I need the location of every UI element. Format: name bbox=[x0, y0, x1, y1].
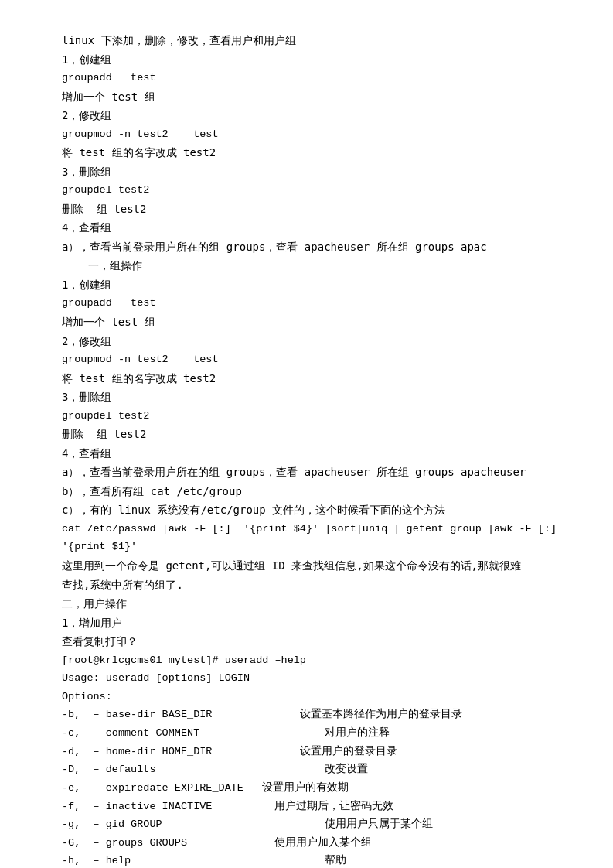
line-27: 这里用到一个命令是 getent,可以通过组 ID 来查找组信息,如果这个命令没… bbox=[62, 556, 567, 576]
line-32: [root@krlcgcms01 mytest]# useradd –help bbox=[62, 651, 567, 670]
line-30: 1，增加用户 bbox=[62, 613, 567, 633]
line-10: 4，查看组 bbox=[62, 218, 567, 238]
main-content: linux 下添加，删除，修改，查看用户和用户组1，创建组groupadd te… bbox=[62, 31, 567, 868]
line-6: 将 test 组的名字改成 test2 bbox=[62, 143, 567, 162]
line-41: -g, – gid GROUP 使用用户只属于某个组 bbox=[62, 815, 567, 834]
line-3: 增加一个 test 组 bbox=[62, 87, 567, 107]
line-17: groupmod -n test2 test bbox=[62, 350, 567, 369]
line-14: groupadd test bbox=[62, 294, 567, 313]
line-20: groupdel test2 bbox=[62, 407, 567, 425]
line-15: 增加一个 test 组 bbox=[62, 313, 567, 332]
line-35: -b, – base-dir BASE_DIR 设置基本路径作为用户的登录目录 bbox=[62, 706, 567, 724]
line-22: 4，查看组 bbox=[62, 444, 567, 463]
line-36: -c, – comment COMMENT 对用户的注释 bbox=[62, 724, 567, 743]
line-16: 2，修改组 bbox=[62, 332, 567, 351]
line-25: c），有的 linux 系统没有/etc/group 文件的，这个时候看下面的这… bbox=[62, 501, 567, 520]
line-29: 二，用户操作 bbox=[62, 594, 567, 613]
line-1: 1，创建组 bbox=[62, 50, 567, 70]
line-38: -D, – defaults 改变设置 bbox=[62, 760, 567, 779]
line-24: b），查看所有组 cat /etc/group bbox=[62, 482, 567, 501]
line-42: -G, – groups GROUPS 使用用户加入某个组 bbox=[62, 834, 567, 853]
line-11: a），查看当前登录用户所在的组 groups，查看 apacheuser 所在组… bbox=[62, 238, 567, 257]
line-34: Options: bbox=[62, 688, 567, 706]
line-9: 删除 组 test2 bbox=[62, 200, 567, 219]
line-13: 1，创建组 bbox=[62, 275, 567, 295]
line-40: -f, – inactive INACTIVE 用户过期后，让密码无效 bbox=[62, 798, 567, 816]
line-21: 删除 组 test2 bbox=[62, 425, 567, 444]
line-0: linux 下添加，删除，修改，查看用户和用户组 bbox=[62, 31, 567, 50]
line-18: 将 test 组的名字改成 test2 bbox=[62, 369, 567, 388]
line-28: 查找,系统中所有的组了. bbox=[62, 576, 567, 595]
line-31: 查看复制打印？ bbox=[62, 632, 567, 651]
line-26: cat /etc/passwd |awk -F [:] '{print $4}'… bbox=[62, 520, 567, 556]
line-19: 3，删除组 bbox=[62, 388, 567, 407]
line-33: Usage: useradd [options] LOGIN bbox=[62, 669, 567, 688]
line-23: a），查看当前登录用户所在的组 groups，查看 apacheuser 所在组… bbox=[62, 463, 567, 482]
line-2: groupadd test bbox=[62, 69, 567, 87]
line-39: -e, – expiredate EXPIRE_DATE 设置用户的有效期 bbox=[62, 779, 567, 798]
line-5: groupmod -n test2 test bbox=[62, 125, 567, 144]
line-37: -d, – home-dir HOME_DIR 设置用户的登录目录 bbox=[62, 743, 567, 761]
line-4: 2，修改组 bbox=[62, 106, 567, 125]
line-8: groupdel test2 bbox=[62, 181, 567, 200]
line-7: 3，删除组 bbox=[62, 162, 567, 182]
line-12: 一，组操作 bbox=[62, 256, 567, 275]
line-43: -h, – help 帮助 bbox=[62, 852, 567, 868]
